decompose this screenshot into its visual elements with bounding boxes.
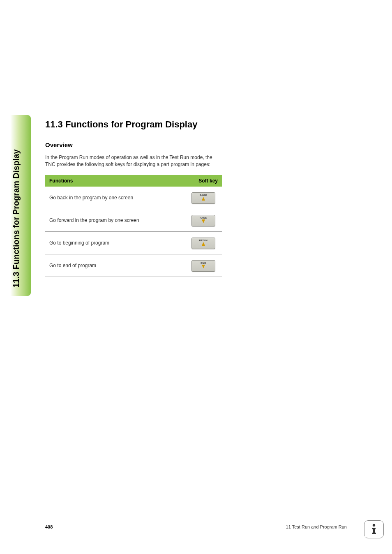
info-icon [369, 524, 378, 535]
info-badge [364, 520, 384, 538]
subsection-heading: Overview [45, 141, 222, 148]
table-row: Go back in the program by one screen PAG… [45, 187, 222, 209]
function-description: Go to end of program [45, 254, 185, 277]
svg-rect-3 [372, 533, 376, 534]
function-description: Go back in the program by one screen [45, 187, 185, 209]
softkey-label: BEGIN [192, 239, 215, 242]
main-content: 11.3 Functions for Program Display Overv… [45, 119, 222, 277]
arrow-up-icon [202, 242, 205, 246]
softkey-label: END [192, 262, 215, 264]
table-row: Go to beginning of program BEGIN [45, 231, 222, 254]
svg-point-0 [373, 524, 375, 526]
softkey-cell: PAGE [185, 209, 222, 231]
functions-table: Functions Soft key Go back in the progra… [45, 175, 222, 277]
softkey-page-down: PAGE [191, 215, 215, 226]
page-footer: 408 11 Test Run and Program Run [0, 524, 392, 533]
table-header-row: Functions Soft key [45, 175, 222, 187]
arrow-up-icon [202, 197, 205, 201]
function-description: Go forward in the program by one screen [45, 209, 185, 231]
svg-rect-2 [373, 528, 375, 533]
header-functions: Functions [45, 175, 185, 187]
softkey-cell: BEGIN [185, 231, 222, 254]
arrow-down-icon [202, 219, 205, 223]
softkey-label: PAGE [192, 194, 215, 196]
header-softkey: Soft key [185, 175, 222, 187]
softkey-cell: PAGE [185, 187, 222, 209]
page-number: 408 [45, 524, 53, 529]
table-row: Go to end of program END [45, 254, 222, 277]
softkey-label: PAGE [192, 217, 215, 219]
table-row: Go forward in the program by one screen … [45, 209, 222, 231]
function-description: Go to beginning of program [45, 231, 185, 254]
footer-chapter: 11 Test Run and Program Run [286, 524, 347, 529]
sidebar-section-label: 11.3 Functions for Program Display [12, 149, 21, 288]
arrow-down-icon [202, 265, 205, 268]
softkey-page-up: PAGE [191, 192, 215, 204]
intro-paragraph: In the Program Run modes of operation as… [45, 154, 222, 169]
softkey-begin: BEGIN [191, 238, 215, 249]
section-heading: 11.3 Functions for Program Display [45, 119, 222, 130]
softkey-end: END [191, 260, 215, 272]
softkey-cell: END [185, 254, 222, 277]
